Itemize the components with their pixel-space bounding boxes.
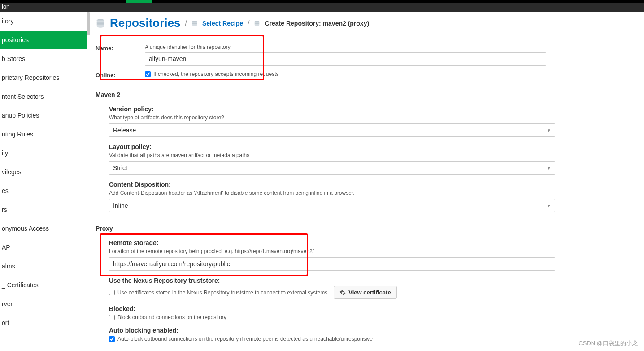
content-disposition-value: Inline xyxy=(113,202,128,209)
sidebar-item-ldap[interactable]: AP xyxy=(0,238,87,257)
name-input[interactable] xyxy=(145,52,546,66)
sidebar-item-cleanup-policies[interactable]: anup Policies xyxy=(0,106,87,125)
sidebar-item-server[interactable]: rver xyxy=(0,294,87,313)
sidebar-item-security[interactable]: ity xyxy=(0,144,87,162)
breadcrumb-select-recipe[interactable]: Select Recipe xyxy=(202,20,243,27)
breadcrumb-separator: / xyxy=(248,19,249,27)
breadcrumb-title[interactable]: Repositories xyxy=(110,16,181,30)
chevron-down-icon: ▼ xyxy=(547,128,551,133)
content-disposition-label: Content Disposition: xyxy=(109,181,636,188)
truststore-checkbox[interactable] xyxy=(109,290,115,295)
sidebar-item-users[interactable]: rs xyxy=(0,200,87,219)
top-accent-bar xyxy=(0,0,644,3)
content-disposition-help: Add Content-Disposition header as 'Attac… xyxy=(109,190,636,196)
version-policy-label: Version policy: xyxy=(109,105,636,113)
breadcrumb-separator: / xyxy=(185,19,187,27)
remote-storage-label: Remote storage: xyxy=(109,239,636,246)
name-help: A unique identifier for this repository xyxy=(145,44,636,50)
main-panel: Repositories / Select Recipe / Create Re… xyxy=(87,12,644,351)
gear-icon xyxy=(339,290,346,296)
layout-policy-label: Layout policy: xyxy=(109,143,636,150)
auto-block-checkbox[interactable] xyxy=(109,336,115,342)
view-certificate-label: View certificate xyxy=(348,289,391,296)
breadcrumb: Repositories / Select Recipe / Create Re… xyxy=(87,12,644,35)
sidebar-item-proprietary-repositories[interactable]: prietary Repositories xyxy=(0,68,87,87)
header-section-label: ion xyxy=(0,3,13,12)
sidebar-item-repositories[interactable]: positories xyxy=(0,31,87,49)
version-policy-value: Release xyxy=(113,127,136,134)
sidebar-item-ssl-certificates[interactable]: _ Certificates xyxy=(0,276,87,294)
online-label: Online: xyxy=(96,71,145,79)
form-content: Name: A unique identifier for this repos… xyxy=(87,35,644,351)
blocked-cb-label: Block outbound connections on the reposi… xyxy=(117,314,226,320)
chevron-down-icon: ▼ xyxy=(547,166,551,171)
layout-policy-value: Strict xyxy=(113,164,127,171)
sidebar-item-blob-stores[interactable]: b Stores xyxy=(0,49,87,68)
chevron-down-icon: ▼ xyxy=(547,203,551,208)
blocked-checkbox[interactable] xyxy=(109,315,115,320)
auto-block-cb-label: Auto-block outbound connections on the r… xyxy=(117,336,373,342)
blocked-label: Blocked: xyxy=(109,305,636,312)
remote-storage-input[interactable] xyxy=(109,257,555,271)
version-policy-help: What type of artifacts does this reposit… xyxy=(109,114,636,121)
remote-storage-help: Location of the remote repository being … xyxy=(109,248,636,254)
sidebar-item-content-selectors[interactable]: ntent Selectors xyxy=(0,87,87,106)
sidebar-item-routing-rules[interactable]: uting Rules xyxy=(0,125,87,144)
admin-header: ion xyxy=(0,3,644,12)
database-icon xyxy=(96,18,105,28)
truststore-label: Use the Nexus Repository truststore: xyxy=(109,277,636,284)
version-policy-select[interactable]: Release ▼ xyxy=(109,123,555,137)
sidebar-item-roles[interactable]: es xyxy=(0,181,87,200)
database-icon xyxy=(191,20,198,26)
sidebar-item-realms[interactable]: alms xyxy=(0,257,87,276)
name-label: Name: xyxy=(96,44,145,52)
proxy-section-header: Proxy xyxy=(96,225,636,232)
breadcrumb-current: Create Repository: maven2 (proxy) xyxy=(265,20,369,27)
layout-policy-select[interactable]: Strict ▼ xyxy=(109,161,555,175)
layout-policy-help: Validate that all paths are maven artifa… xyxy=(109,152,636,158)
online-help: If checked, the repository accepts incom… xyxy=(153,71,278,77)
online-checkbox[interactable] xyxy=(145,71,151,77)
content-disposition-select[interactable]: Inline ▼ xyxy=(109,199,555,212)
sidebar-nav: itory positories b Stores prietary Repos… xyxy=(0,12,87,351)
sidebar-item-anonymous-access[interactable]: onymous Access xyxy=(0,219,87,238)
sidebar-item-repository[interactable]: itory xyxy=(0,12,87,31)
sidebar-item-privileges[interactable]: vileges xyxy=(0,162,87,181)
auto-block-label: Auto blocking enabled: xyxy=(109,327,636,334)
watermark: CSDN @口袋里的小龙 xyxy=(579,339,638,347)
database-icon xyxy=(254,20,260,26)
truststore-cb-label: Use certificates stored in the Nexus Rep… xyxy=(117,290,327,296)
maven2-section-header: Maven 2 xyxy=(96,91,636,98)
view-certificate-button[interactable]: View certificate xyxy=(334,286,396,299)
sidebar-item-support[interactable]: ort xyxy=(0,313,87,332)
